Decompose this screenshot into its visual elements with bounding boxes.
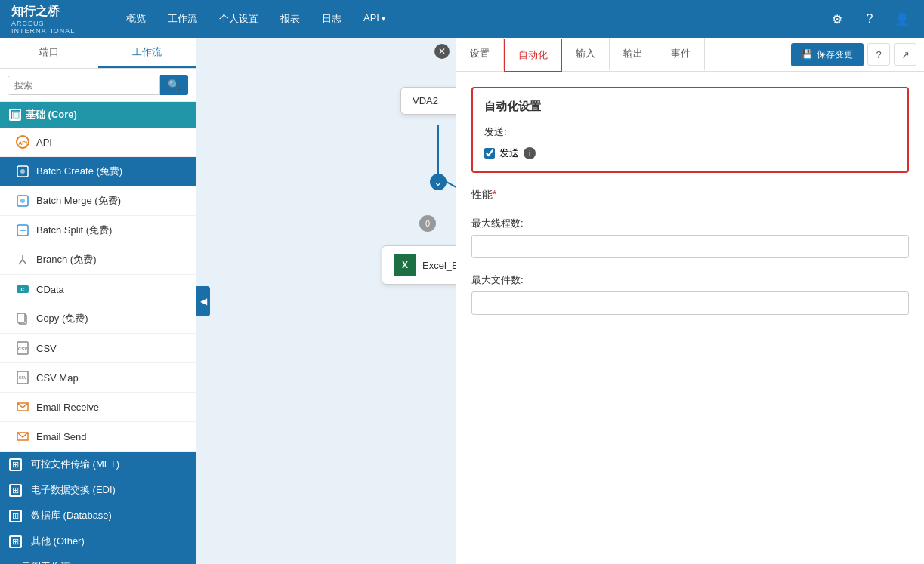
sidebar-tabs: 端口 工作流 — [0, 38, 196, 69]
max-files-input[interactable] — [471, 291, 909, 315]
send-checkbox-row: 发送 i — [484, 146, 896, 160]
nav-right: ⚙ ? 👤 — [827, 8, 913, 29]
footer-other[interactable]: ⊞ 其他 (Other) — [0, 529, 196, 554]
plus-icon-other: ⊞ — [9, 535, 22, 548]
copy-icon — [15, 311, 30, 326]
api-icon: API — [15, 134, 30, 149]
tab-settings[interactable]: 设置 — [456, 38, 504, 71]
sidebar-item-copy[interactable]: Copy (免费) — [0, 304, 196, 334]
sidebar-item-branch[interactable]: Branch (免费) — [0, 245, 196, 275]
footer-other-label: 其他 (Other) — [31, 535, 85, 548]
sidebar-item-api-label: API — [36, 137, 52, 148]
sidebar-item-email-send-label: Email Send — [36, 431, 86, 442]
footer-example-label: 示例工作流 — [21, 560, 70, 564]
external-link-button[interactable]: ↗ — [894, 43, 916, 66]
node-excel[interactable]: X Excel_EmailNotice ⚙ — [382, 245, 456, 285]
email-send-icon — [15, 429, 30, 444]
footer-edi[interactable]: ⊞ 电子数据交换 (EDI) — [0, 477, 196, 503]
automation-title: 自动化设置 — [484, 100, 896, 114]
logo-main: 知行之桥 — [11, 4, 60, 20]
sidebar-item-batch-create[interactable]: Batch Create (免费) — [0, 157, 196, 186]
cdata-icon: C — [15, 282, 30, 297]
sidebar-item-api[interactable]: API API — [0, 128, 196, 157]
nav-reports[interactable]: 报表 — [271, 6, 309, 32]
nav-api[interactable]: API — [354, 6, 394, 32]
sidebar-item-csv-map-label: CSV Map — [36, 372, 79, 384]
tab-input[interactable]: 输入 — [562, 38, 610, 71]
nav-items: 概览 工作流 个人设置 报表 日志 API — [117, 6, 827, 32]
collapse-sidebar-btn[interactable]: ◀ — [196, 286, 210, 316]
tab-automation[interactable]: 自动化 — [504, 39, 562, 72]
tab-workflows[interactable]: 工作流 — [98, 38, 196, 68]
sidebar-item-batch-create-label: Batch Create (免费) — [36, 165, 122, 178]
close-panel-btn[interactable]: ✕ — [434, 44, 450, 59]
sidebar-item-batch-split-label: Batch Split (免费) — [36, 223, 112, 237]
user-icon[interactable]: 👤 — [892, 8, 913, 29]
batch-create-icon — [15, 164, 30, 179]
svg-point-5 — [20, 199, 25, 203]
tab-output[interactable]: 输出 — [610, 38, 657, 71]
email-receive-icon — [15, 399, 30, 415]
nav-overview[interactable]: 概览 — [117, 6, 155, 32]
footer-edi-label: 电子数据交换 (EDI) — [31, 483, 116, 497]
nav-workflow[interactable]: 工作流 — [159, 6, 206, 32]
sidebar-search-area: 🔍 — [0, 69, 196, 102]
sidebar-item-email-send[interactable]: Email Send — [0, 422, 196, 452]
sidebar-item-batch-merge[interactable]: Batch Merge (免费) — [0, 186, 196, 216]
tab-event[interactable]: 事件 — [657, 38, 705, 71]
nav-logs[interactable]: 日志 — [313, 6, 351, 32]
batch-merge-icon — [15, 193, 30, 208]
sidebar-item-cdata[interactable]: C CData — [0, 275, 196, 304]
sidebar-item-csv-label: CSV — [36, 343, 57, 354]
sidebar-item-csv[interactable]: CSV CSV — [0, 334, 196, 363]
node-vda2[interactable]: VDA2 ⚙ — [400, 87, 456, 115]
tab-ports[interactable]: 端口 — [0, 38, 98, 68]
footer-database[interactable]: ⊞ 数据库 (Database) — [0, 503, 196, 529]
sidebar-item-batch-split[interactable]: Batch Split (免费) — [0, 216, 196, 245]
sidebar-list: ▣ 基础 (Core) API API — [0, 102, 196, 564]
csv-icon: CSV — [15, 341, 30, 356]
right-panel: 设置 自动化 输入 输出 事件 💾 保存变更 ? ↗ 自动化设置 发送: — [456, 38, 924, 564]
max-files-label: 最大文件数: — [471, 273, 909, 287]
svg-text:CSV: CSV — [19, 375, 27, 380]
node-excel-label: Excel_EmailNotice — [422, 260, 456, 271]
footer-example[interactable]: ▪ 示例工作流 — [0, 554, 196, 564]
csv-map-icon: CSV — [15, 370, 30, 385]
svg-text:C: C — [20, 287, 24, 292]
send-info-icon[interactable]: i — [524, 147, 536, 159]
main-layout: 端口 工作流 🔍 ▣ 基础 (Core) API — [0, 38, 924, 564]
save-button[interactable]: 💾 保存变更 — [791, 43, 864, 66]
sidebar-item-email-receive-label: Email Receive — [36, 402, 99, 413]
connector-dot-1[interactable]: ⌄ — [430, 174, 447, 190]
help-icon[interactable]: ? — [859, 8, 880, 29]
settings-icon[interactable]: ⚙ — [827, 8, 848, 29]
svg-text:CSV: CSV — [18, 347, 27, 351]
required-marker: * — [493, 188, 496, 200]
workflow-lines — [196, 38, 456, 564]
sidebar-item-cdata-label: CData — [36, 284, 64, 295]
sidebar-item-batch-merge-label: Batch Merge (免费) — [36, 194, 121, 208]
right-panel-header: 设置 自动化 输入 输出 事件 💾 保存变更 ? ↗ — [456, 38, 924, 72]
svg-text:API: API — [18, 140, 27, 146]
right-panel-content: 自动化设置 发送: 发送 i 性能* 最大线程数: 最大文件数 — [456, 72, 924, 564]
performance-section: 性能* 最大线程数: 最大文件数: — [471, 188, 909, 315]
search-button[interactable]: 🔍 — [160, 75, 188, 95]
sidebar-item-email-receive[interactable]: Email Receive — [0, 393, 196, 422]
search-input[interactable] — [8, 76, 160, 95]
footer-mft-label: 可控文件传输 (MFT) — [31, 458, 119, 471]
sidebar-item-branch-label: Branch (免费) — [36, 253, 96, 267]
max-threads-field: 最大线程数: — [471, 217, 909, 258]
max-files-field: 最大文件数: — [471, 273, 909, 315]
plus-icon-edi: ⊞ — [9, 484, 22, 497]
max-threads-input[interactable] — [471, 235, 909, 258]
footer-mft[interactable]: ⊞ 可控文件传输 (MFT) — [0, 452, 196, 477]
automation-settings-box: 自动化设置 发送: 发送 i — [471, 87, 909, 173]
right-panel-actions: 💾 保存变更 ? ↗ — [791, 43, 924, 66]
logo: 知行之桥 ARCEUS INTERNATIONAL — [11, 4, 102, 35]
sidebar-item-csv-map[interactable]: CSV CSV Map — [0, 363, 196, 393]
send-checkbox[interactable] — [484, 148, 495, 159]
nav-settings[interactable]: 个人设置 — [210, 6, 267, 32]
help-panel-button[interactable]: ? — [867, 43, 890, 66]
send-checkbox-label: 发送 — [499, 146, 519, 160]
plus-icon-database: ⊞ — [9, 510, 22, 522]
